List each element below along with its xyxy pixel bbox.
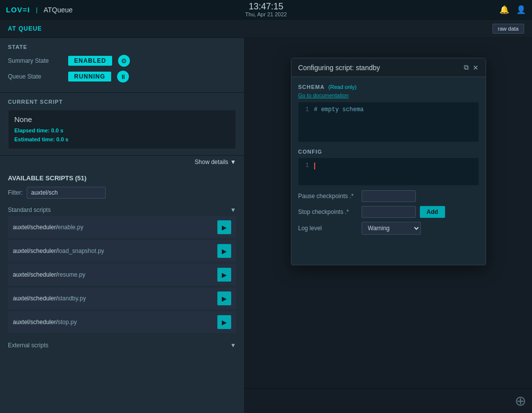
- current-script-box: None Elapsed time: 0.0 s Estimated time:…: [8, 110, 236, 149]
- summary-state-row: Summary State ENABLED ⚙: [8, 55, 236, 67]
- available-scripts-title: AVAILABLE SCRIPTS (51): [8, 174, 86, 182]
- raw-data-button[interactable]: raw data: [492, 24, 524, 34]
- elapsed-value: 0.0 s: [51, 127, 63, 133]
- current-script-elapsed: Elapsed time: 0.0 s: [14, 126, 230, 135]
- standard-scripts-header[interactable]: Standard scripts ▼: [8, 204, 236, 216]
- stop-checkpoints-row: Stop checkpoints .* Add: [298, 206, 479, 218]
- current-script-title: CURRENT SCRIPT: [8, 99, 236, 105]
- log-level-row: Log level Warning Debug Info Error: [298, 222, 479, 235]
- atqueue-title: AT QUEUE: [8, 25, 42, 32]
- summary-state-badge: ENABLED: [68, 56, 112, 66]
- script-run-button[interactable]: ▶: [217, 315, 231, 329]
- current-script-estimated: Estimated time: 0.0 s: [14, 135, 230, 144]
- script-item-name: auxtel/scheduler/enable.py: [13, 224, 83, 231]
- topbar-date: Thu, Apr 21 2022: [245, 11, 286, 17]
- summary-state-settings-button[interactable]: ⚙: [118, 55, 130, 67]
- atqueue-header: AT QUEUE raw data: [0, 20, 532, 38]
- bell-icon[interactable]: 🔔: [499, 5, 509, 14]
- external-scripts-label: External scripts: [8, 342, 48, 349]
- pause-checkpoints-row: Pause checkpoints .*: [298, 190, 479, 202]
- add-button[interactable]: Add: [420, 206, 445, 218]
- script-run-button[interactable]: ▶: [217, 220, 231, 234]
- run-icon: ▶: [222, 248, 227, 255]
- chevron-down-icon: ▼: [230, 159, 236, 165]
- script-item[interactable]: auxtel/scheduler/resume.py ▶: [8, 264, 236, 286]
- script-item[interactable]: auxtel/scheduler/stop.py ▶: [8, 311, 236, 333]
- script-item[interactable]: auxtel/scheduler/enable.py ▶: [8, 216, 236, 238]
- schema-code: # empty schema: [314, 106, 475, 138]
- filter-input[interactable]: [27, 187, 106, 199]
- standard-scripts-group: Standard scripts ▼ auxtel/scheduler/enab…: [8, 204, 236, 333]
- elapsed-label: Elapsed time:: [14, 127, 50, 133]
- estimated-label: Estimated time:: [14, 136, 55, 142]
- modal-body: SCHEMA (Read only) Go to documentation 1…: [291, 77, 486, 265]
- doc-link[interactable]: Go to documentation: [298, 92, 479, 98]
- run-icon: ▶: [222, 224, 227, 231]
- script-item[interactable]: auxtel/scheduler/load_snapshot.py ▶: [8, 240, 236, 262]
- queue-state-pause-button[interactable]: ⏸: [117, 71, 129, 83]
- script-run-button[interactable]: ▶: [217, 244, 231, 258]
- content: STATE Summary State ENABLED ⚙ Queue Stat…: [0, 38, 532, 413]
- modal-close-button[interactable]: ✕: [473, 63, 479, 72]
- external-scripts-chevron-icon: ▼: [230, 342, 236, 349]
- user-icon[interactable]: 👤: [516, 5, 526, 14]
- log-level-select[interactable]: Warning Debug Info Error: [362, 222, 421, 235]
- filter-label: Filter:: [8, 189, 23, 196]
- script-item-name: auxtel/scheduler/stop.py: [13, 319, 77, 326]
- summary-state-label: Summary State: [8, 57, 62, 64]
- current-script-section: CURRENT SCRIPT None Elapsed time: 0.0 s …: [0, 93, 244, 156]
- show-details-button[interactable]: Show details ▼: [195, 159, 236, 165]
- stop-checkpoints-label: Stop checkpoints .*: [298, 208, 358, 215]
- topbar-time: 13:47:15: [245, 2, 286, 12]
- topbar-right: 🔔 👤: [499, 5, 526, 14]
- modal-title: Configuring script: standby: [298, 64, 380, 72]
- run-icon: ▶: [222, 295, 227, 302]
- app-logo: LOV=I: [6, 5, 30, 14]
- schema-line-numbers: 1: [302, 106, 309, 138]
- schema-title: SCHEMA: [298, 84, 325, 90]
- external-scripts-group: External scripts ▼: [8, 339, 236, 352]
- available-scripts-panel: AVAILABLE SCRIPTS (51) Filter: Standard …: [0, 168, 244, 413]
- state-title: STATE: [8, 44, 236, 50]
- log-level-label: Log level: [298, 225, 358, 232]
- state-section: STATE Summary State ENABLED ⚙ Queue Stat…: [0, 38, 244, 93]
- topbar: LOV=I | ATQueue 13:47:15 Thu, Apr 21 202…: [0, 0, 532, 20]
- modal-copy-button[interactable]: ⧉: [464, 63, 469, 72]
- external-scripts-header[interactable]: External scripts ▼: [8, 339, 236, 352]
- script-item-name: auxtel/scheduler/resume.py: [13, 271, 85, 278]
- modal-overlay: Configuring script: standby ⧉ ✕ SCHEMA (…: [245, 38, 532, 413]
- script-item-name: auxtel/scheduler/load_snapshot.py: [13, 248, 104, 254]
- modal-fields: Pause checkpoints .* Stop checkpoints .*: [298, 190, 479, 235]
- script-item-name: auxtel/scheduler/standby.py: [13, 295, 86, 302]
- schema-editor: 1 # empty schema: [298, 102, 479, 142]
- left-panel: STATE Summary State ENABLED ⚙ Queue Stat…: [0, 38, 245, 413]
- show-details-label: Show details: [195, 159, 228, 165]
- current-script-name: None: [14, 115, 230, 124]
- modal-header: Configuring script: standby ⧉ ✕: [291, 58, 486, 77]
- standard-scripts-chevron-icon: ▼: [230, 206, 236, 213]
- config-editor[interactable]: 1: [298, 158, 479, 185]
- show-details-row: Show details ▼: [0, 156, 244, 168]
- main-area: AT QUEUE raw data STATE Summary State EN…: [0, 20, 532, 413]
- config-title: CONFIG: [298, 149, 323, 155]
- right-panel: ⊕ Configuring script: standby ⧉ ✕: [245, 38, 532, 413]
- config-line-numbers: 1: [302, 162, 309, 181]
- schema-readonly: (Read only): [328, 84, 357, 90]
- modal-header-icons: ⧉ ✕: [464, 63, 479, 72]
- config-cursor: [314, 162, 475, 181]
- pause-checkpoints-label: Pause checkpoints .*: [298, 193, 358, 200]
- run-icon: ▶: [222, 319, 227, 326]
- config-header: CONFIG: [298, 148, 479, 155]
- topbar-divider: |: [36, 6, 38, 13]
- topbar-center: 13:47:15 Thu, Apr 21 2022: [245, 2, 286, 18]
- stop-checkpoints-input[interactable]: [362, 206, 416, 218]
- topbar-left: LOV=I | ATQueue: [6, 5, 73, 14]
- standard-scripts-label: Standard scripts: [8, 206, 51, 213]
- pause-checkpoints-input[interactable]: [362, 190, 416, 202]
- script-run-button[interactable]: ▶: [217, 268, 231, 282]
- available-scripts-header: AVAILABLE SCRIPTS (51): [8, 174, 236, 182]
- run-icon: ▶: [222, 271, 227, 279]
- script-item[interactable]: auxtel/scheduler/standby.py ▶: [8, 288, 236, 309]
- script-run-button[interactable]: ▶: [217, 291, 231, 305]
- filter-row: Filter:: [8, 187, 236, 199]
